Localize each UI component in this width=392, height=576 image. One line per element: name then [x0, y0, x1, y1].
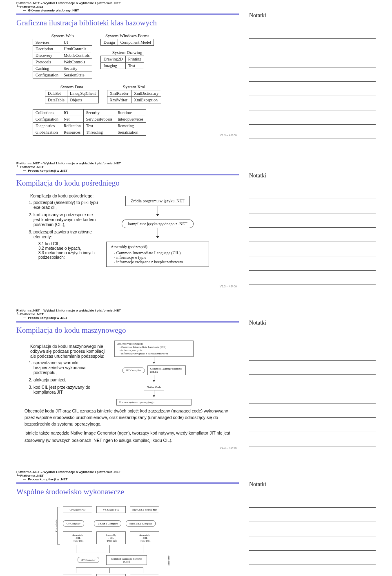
box-native-1: Native Code: [63, 574, 92, 576]
page-number: V1.3 – 42/ 66: [220, 285, 237, 288]
box-native-3: Native Code: [130, 574, 159, 576]
notes-panel: Notatki: [249, 469, 376, 576]
slide-42: Platforma .NET – Wykład 1 Informacje o w…: [0, 160, 392, 295]
box-clr: Common Language Runtime (CLR): [106, 555, 147, 565]
header-rule: [16, 13, 239, 15]
slide-41: Platforma .NET – Wykład 1 Informacje o w…: [0, 0, 392, 148]
box-jit: JIT Compiler: [122, 368, 145, 373]
box-native-2: Native Code: [96, 574, 126, 576]
arrow-down-icon: [156, 214, 159, 216]
notes-panel: Notatki: [249, 160, 376, 299]
header-rule: [16, 321, 239, 323]
clr-diagram: Kompilacja Run-time C# Source File VB So…: [53, 502, 196, 576]
notes-panel: Notatki: [249, 0, 376, 139]
data-table: DataSetLineq,SqlClient DataTableObjects: [45, 90, 99, 103]
box-asm-2: Assembly- CIL- Type Info: [96, 531, 126, 544]
flow-diagram: Źródła programu w języku .NET kompilator…: [106, 196, 209, 267]
breadcrumb: Platforma .NET – Wykład 1 Informacje o w…: [16, 160, 239, 173]
flow-diagram: Assembly (podzespół) - Common Intermedia…: [114, 341, 194, 406]
header-rule: [16, 482, 239, 484]
paragraph-1: Obecność kodu JIT oraz CIL oznacza istni…: [24, 408, 239, 427]
slide-title: Wspólne środowisko wykonawcze: [16, 487, 239, 496]
box-clr: Common Lagnuge Runtime (CLR): [147, 365, 186, 375]
breadcrumb: Platforma .NET – Wykład 1 Informacje o w…: [16, 469, 239, 482]
forms-table: DesignComponent Model: [100, 39, 154, 46]
box-comp-csharp: C# Compiler: [63, 520, 84, 527]
slide-44: Platforma .NET – Wykład 1 Informacje o w…: [0, 469, 392, 576]
notes-panel: Notatki: [249, 307, 376, 446]
box-source: Źródła programu w języku .NET: [125, 196, 189, 206]
breadcrumb: Platforma .NET – Wykład 1 Informacje o w…: [16, 307, 239, 320]
box-asm-3: Assembly- CIL- Type Info: [130, 531, 159, 544]
box-src-other: other .NET Source File: [130, 506, 159, 513]
box-assembly: Assembly (podzespół) - Common Intermedia…: [114, 341, 194, 357]
arrow-down-icon: [153, 395, 155, 397]
box-assembly: Assembly (podzespół) - Common Intermedia…: [106, 242, 209, 267]
box-os: Poziom systemu operacyjnego: [116, 399, 192, 406]
slide-title: Kompilacja do kodu maszynowego: [16, 326, 239, 335]
sysdata-title: System.Data: [45, 84, 99, 89]
web-table: ServicesUI Decription HtmlControls Disco…: [33, 39, 92, 78]
page-number: V1.3 – 41/ 66: [220, 134, 237, 137]
box-jit: JIT Compiler: [78, 557, 99, 563]
bc-line3: Główne elementy platformy .NET: [28, 9, 79, 12]
drawing-table: Drawing2DPrinting ImagingText: [100, 56, 144, 69]
box-compiler: kompilator języka zgodnego z .NET: [122, 220, 193, 228]
slide-title: Kompilacja do kodu pośredniego: [16, 179, 239, 188]
text-column: Kompilacja do kodu pośredniego: podzespó…: [24, 193, 98, 267]
arrow-down-icon: [153, 380, 155, 382]
box-src-csharp: C# Source File: [63, 506, 92, 513]
bc-line1: Platforma .NET – Wykład 1 Informacje o w…: [16, 1, 239, 5]
arrow-down-icon: [153, 362, 155, 364]
drawing-title: System.Drawing: [100, 50, 154, 55]
box-comp-other: other .NET Compiler: [126, 520, 156, 527]
sysweb-title: System.Web: [33, 33, 92, 38]
slide-title: Graficzna ilustracja biblioteki klas baz…: [16, 18, 239, 27]
page-number: V1.3 – 43/ 66: [220, 446, 237, 449]
base-table: CollectionsIOSecurityRuntime Configurati…: [33, 109, 146, 136]
notes-heading: Notatki: [249, 12, 376, 19]
box-src-vb: VB Source File: [96, 506, 126, 513]
arrow-down-icon: [156, 236, 159, 238]
label-runtime: Run-time: [167, 556, 170, 566]
xml-table: XmlReaderXmlDictionary XmlWriterXmlExcep…: [107, 90, 162, 103]
header-rule: [16, 174, 239, 175]
box-asm-1: Assembly- CIL- Type Info: [63, 531, 92, 544]
winforms-title: System.Windows.Forms: [100, 33, 154, 38]
box-comp-vb: VB.NET Compiler: [94, 520, 121, 527]
breadcrumb: Platforma .NET – Wykład 1 Informacje o w…: [16, 0, 239, 13]
note-line: [249, 25, 376, 39]
paragraph-2: Istnieje także narzędzie Native Image Ge…: [24, 430, 239, 444]
sysxml-title: System.Xml: [107, 84, 162, 89]
slide-43: Platforma .NET – Wykład 1 Informacje o w…: [0, 307, 392, 457]
bc-line2: Platforma .NET: [20, 5, 44, 9]
text-column: Kompilacja do kodu maszynowego nie odbyw…: [24, 341, 106, 406]
box-native: Native Code: [144, 384, 164, 390]
